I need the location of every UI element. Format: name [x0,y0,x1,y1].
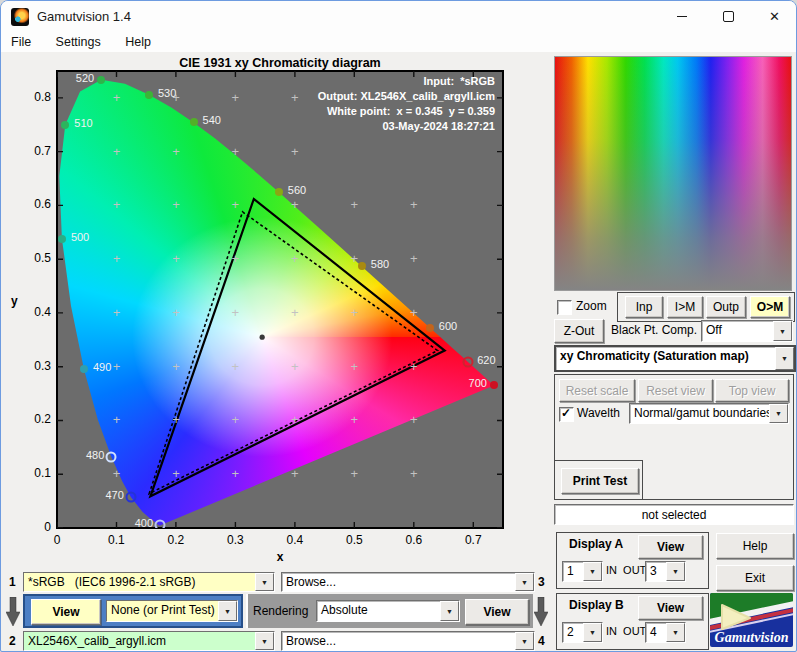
wavelth-checkbox[interactable] [559,407,574,422]
wavelength-dot [155,520,166,528]
chevron-down-icon[interactable]: ▼ [515,632,534,650]
grid-marker: + [291,358,299,373]
chevron-down-icon[interactable]: ▼ [775,347,794,370]
browse-input-select[interactable]: Browse... ▼ [281,572,535,592]
chevron-down-icon[interactable]: ▼ [218,601,237,621]
output-profile-select[interactable]: XL2546X_calib_argyll.icm ▼ [23,631,275,651]
grid-marker: + [232,412,240,427]
x-axis-label: x [57,550,503,564]
chevron-down-icon[interactable]: ▼ [769,404,788,423]
view-mode-select[interactable]: xy Chromaticity (Saturation map) ▼ [554,345,796,372]
black-pt-comp-select[interactable]: Off ▼ [701,320,793,342]
help-button[interactable]: Help [716,533,794,559]
flow-down-arrow-right [534,597,548,627]
wavelength-label: 620 [477,354,495,366]
menu-settings[interactable]: Settings [46,33,111,51]
grid-marker: + [410,305,418,320]
menu-bar: File Settings Help [1,32,796,52]
grid-marker: + [410,251,418,266]
reset-view-button[interactable]: Reset view [638,379,713,402]
maximize-icon [723,11,734,22]
grid-marker: + [351,305,359,320]
wavelength-dot [97,76,105,84]
exit-button[interactable]: Exit [716,565,794,591]
grid-marker: + [113,305,121,320]
print-test-button[interactable]: Print Test [561,468,639,494]
browse-output-select[interactable]: Browse... ▼ [281,631,535,651]
y-tick-label: 0.8 [15,90,51,104]
simulation-select[interactable]: None (or Print Test) ▼ [106,600,238,622]
wavelength-dot [80,365,88,373]
rendering-intent-select[interactable]: Absolute ▼ [316,600,460,622]
input-profile-select[interactable]: *sRGB (IEC6 1996-2.1 sRGB) ▼ [23,572,275,592]
grid-marker: + [113,143,121,158]
wavelength-label: 510 [74,117,92,129]
chevron-down-icon[interactable]: ▼ [583,623,602,642]
display-b-in-select[interactable]: 2 ▼ [562,622,603,643]
wavelength-dot [190,118,198,126]
y-tick-label: 0.7 [15,144,51,158]
i-to-m-button[interactable]: I>M [667,296,703,318]
wavelength-label: 580 [371,258,389,270]
x-tick-label: 0.4 [275,533,315,547]
logo-text: Gamutvision [710,630,793,646]
rendering-label: Rendering [253,604,308,618]
chevron-down-icon[interactable]: ▼ [773,321,792,341]
chevron-down-icon[interactable]: ▼ [666,623,685,642]
wavelength-label: 700 [469,377,487,389]
grid-marker: + [232,358,240,373]
reset-scale-button[interactable]: Reset scale [559,379,635,402]
boundaries-select[interactable]: Normal/gamut boundaries ▼ [629,403,789,424]
grid-marker: + [232,466,240,481]
grid-marker: + [351,197,359,212]
axis-ticks [57,71,503,528]
z-out-button[interactable]: Z-Out [554,319,604,343]
display-a-view-button[interactable]: View [638,535,703,559]
chromaticity-figure: CIE 1931 xy Chromaticity diagram Input: … [1,52,547,566]
wavelength-dot [275,188,283,196]
wavelength-dot [426,324,434,332]
slot-1-number: 1 [9,575,16,589]
chevron-down-icon[interactable]: ▼ [255,573,274,591]
wavelength-label: 540 [203,114,221,126]
wavelength-dot [58,235,66,243]
display-b-out-select[interactable]: 4 ▼ [645,622,686,643]
o-to-m-button[interactable]: O>M [750,296,790,318]
chevron-down-icon[interactable]: ▼ [666,562,685,581]
grid-marker: + [232,305,240,320]
display-a-in-select[interactable]: 1 ▼ [562,561,603,582]
grid-marker: + [113,358,121,373]
minimize-button[interactable] [659,1,705,32]
chevron-down-icon[interactable]: ▼ [255,632,274,650]
flow-down-arrow-left [6,597,20,627]
view-input-button[interactable]: View [31,599,101,625]
chevron-down-icon[interactable]: ▼ [440,601,459,621]
display-a-out-select[interactable]: 3 ▼ [645,561,686,582]
grid-marker: + [351,412,359,427]
top-view-button[interactable]: Top view [715,379,789,402]
grid-marker: + [291,90,299,105]
display-b-view-button[interactable]: View [638,596,703,620]
wavelength-dot [106,451,117,462]
grid-marker: + [172,358,180,373]
menu-file[interactable]: File [1,33,41,51]
plot-annotation: Input: *sRGBOutput: XL2546X_calib_argyll… [318,74,495,134]
outp-button[interactable]: Outp [706,296,746,318]
maximize-button[interactable] [705,1,751,32]
chevron-down-icon[interactable]: ▼ [515,573,534,591]
view-output-button[interactable]: View [465,599,529,625]
window-title: Gamutvision 1.4 [37,9,131,24]
menu-help[interactable]: Help [115,33,161,51]
wavelength-dot [61,121,69,129]
grid-marker: + [291,305,299,320]
close-button[interactable]: ✕ [751,1,797,32]
grid-marker: + [291,197,299,212]
black-pt-comp-label: Black Pt. Comp. [611,323,697,337]
wavelength-dot [125,491,136,502]
grid-marker: + [232,143,240,158]
grid-marker: + [410,197,418,212]
y-tick-label: 0.5 [15,251,51,265]
chevron-down-icon[interactable]: ▼ [583,562,602,581]
zoom-checkbox[interactable] [557,300,572,315]
inp-button[interactable]: Inp [625,296,663,318]
